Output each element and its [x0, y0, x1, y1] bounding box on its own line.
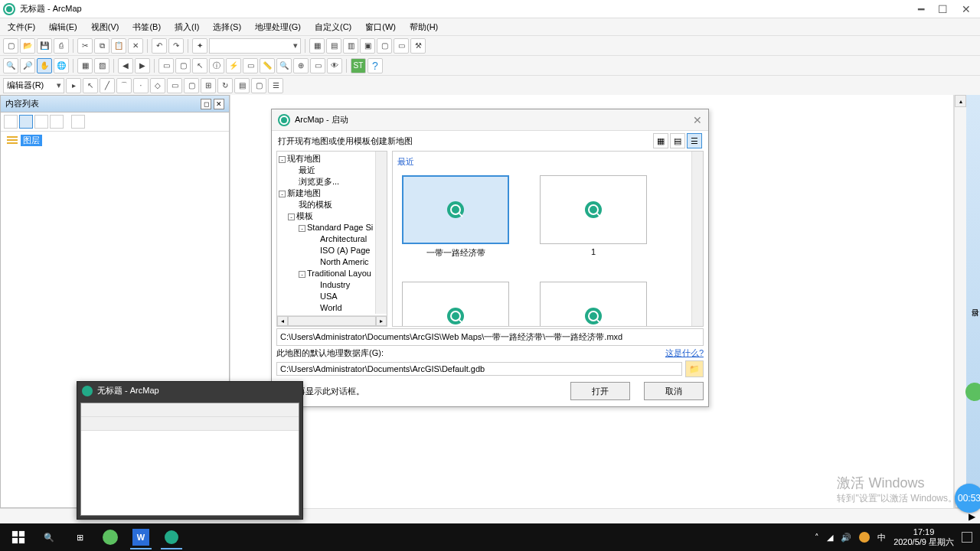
toc-pin-icon[interactable]: ◻ — [201, 99, 211, 109]
copy-icon[interactable]: ⧉ — [94, 38, 109, 54]
menu-bookmarks[interactable]: 书签(B) — [129, 20, 164, 34]
tree-newmap[interactable]: 新建地图 — [287, 188, 321, 197]
forward-icon[interactable]: ▶ — [135, 58, 150, 73]
zoom-out-icon[interactable]: 🔎 — [20, 58, 35, 73]
save-icon[interactable]: 💾 — [37, 38, 52, 54]
edit-tool-icon[interactable]: ▸ — [66, 78, 81, 93]
scale-combo[interactable] — [209, 38, 301, 54]
toc-header[interactable]: 内容列表 ◻✕ — [1, 96, 229, 112]
search-button[interactable]: 🔍 — [34, 525, 64, 549]
menu-file[interactable]: 文件(F) — [5, 20, 38, 34]
catalog-dock[interactable]: 目录 — [966, 95, 980, 508]
template-thumb[interactable]: 1 — [540, 175, 647, 259]
toc-tab-drawing[interactable] — [4, 115, 18, 129]
geodb-input[interactable] — [276, 362, 682, 376]
browse-icon[interactable]: 📁 — [685, 360, 704, 377]
toc-tab-source[interactable] — [19, 115, 33, 129]
menu-help[interactable]: 帮助(H) — [407, 20, 441, 34]
dialog-titlebar[interactable]: ArcMap - 启动 ✕ — [272, 109, 708, 131]
toc-tab-selection[interactable] — [50, 115, 64, 129]
vertical-scrollbar[interactable]: ▴▾ — [954, 95, 966, 508]
minimize-button[interactable]: ━ — [918, 3, 924, 15]
editor-combo[interactable]: 编辑器(R) — [3, 78, 64, 93]
tree-tpl[interactable]: 模板 — [296, 211, 313, 220]
full-extent-icon[interactable]: 🌐 — [54, 58, 69, 73]
add-data-icon[interactable]: ✦ — [192, 38, 207, 54]
toc-icon[interactable]: ▤ — [326, 38, 341, 54]
measure-icon[interactable]: 📏 — [260, 58, 275, 73]
toc-layer-root[interactable]: 图层 — [7, 135, 223, 146]
tree-more[interactable]: 浏览更多... — [299, 177, 339, 186]
tray-volume-icon[interactable]: 🔊 — [841, 533, 851, 543]
tree-trad[interactable]: Traditional Layou — [307, 269, 371, 278]
help-icon[interactable]: ? — [368, 58, 383, 73]
toc-close-icon[interactable]: ✕ — [214, 99, 224, 109]
modelbuilder-icon[interactable]: ▭ — [394, 38, 409, 54]
taskbar-preview[interactable]: 无标题 - ArcMap — [77, 381, 303, 520]
edit-arrow-icon[interactable]: ↖ — [83, 78, 98, 93]
task-view-button[interactable]: ⊞ — [64, 525, 95, 549]
undo-icon[interactable]: ↶ — [152, 38, 167, 54]
print-icon[interactable]: ⎙ — [54, 38, 69, 54]
select-icon[interactable]: ▭ — [158, 58, 174, 73]
template-thumb[interactable] — [540, 282, 647, 327]
tree-mytpl[interactable]: 我的模板 — [299, 200, 332, 209]
html-popup-icon[interactable]: ▭ — [243, 58, 258, 73]
toolbox-icon[interactable]: ⚒ — [410, 38, 426, 54]
view-list-icon[interactable]: ☰ — [687, 133, 702, 148]
tray-network-icon[interactable] — [859, 532, 870, 543]
open-icon[interactable]: 📂 — [20, 38, 35, 54]
tray-battery-icon[interactable]: ◢ — [827, 533, 833, 543]
tree-world[interactable]: World — [320, 303, 342, 312]
view-small-icon[interactable]: ▤ — [670, 133, 685, 148]
pointer-icon[interactable]: ↖ — [192, 58, 207, 73]
menu-view[interactable]: 视图(V) — [88, 20, 122, 34]
toc-tab-visibility[interactable] — [34, 115, 48, 129]
viewer-icon[interactable]: 👁 — [327, 58, 342, 73]
template-tree[interactable]: -现有地图 最近 浏览更多... -新建地图 我的模板 -模板 -Standar… — [276, 151, 387, 327]
new-icon[interactable]: ▢ — [3, 38, 18, 54]
back-icon[interactable]: ◀ — [118, 58, 133, 73]
menu-select[interactable]: 选择(S) — [210, 20, 244, 34]
menu-customize[interactable]: 自定义(C) — [312, 20, 354, 34]
zoom-in-icon[interactable]: 🔍 — [3, 58, 18, 73]
close-button[interactable]: ✕ — [962, 3, 971, 15]
maximize-button[interactable]: ☐ — [938, 3, 948, 15]
attributes-icon[interactable]: ▤ — [234, 78, 250, 93]
tray-clock[interactable]: 17:19 2020/5/9 星期六 — [893, 527, 954, 547]
split-icon[interactable]: ⊞ — [201, 78, 216, 93]
open-button[interactable]: 打开 — [570, 382, 630, 400]
toc-tab-options[interactable] — [71, 115, 85, 129]
tree-ind[interactable]: Industry — [320, 280, 350, 289]
hyperlink-icon[interactable]: ⚡ — [226, 58, 241, 73]
catalog-icon[interactable]: ▥ — [343, 38, 358, 54]
whats-this-link[interactable]: 这是什么? — [665, 347, 704, 359]
menu-insert[interactable]: 插入(I) — [172, 20, 202, 34]
menu-edit[interactable]: 编辑(E) — [46, 20, 80, 34]
tree-iso[interactable]: ISO (A) Page — [320, 246, 370, 255]
template-thumb[interactable] — [402, 282, 509, 327]
menu-window[interactable]: 窗口(W) — [362, 20, 399, 34]
reshape-icon[interactable]: ▭ — [167, 78, 182, 93]
delete-icon[interactable]: ✕ — [128, 38, 143, 54]
time-slider-icon[interactable]: ▭ — [310, 58, 325, 73]
view-large-icon[interactable]: ▦ — [653, 133, 668, 148]
taskbar-app-arcmap[interactable] — [156, 525, 187, 549]
fixed-zoom-in-icon[interactable]: ▦ — [77, 58, 93, 73]
line-icon[interactable]: ╱ — [100, 78, 115, 93]
tree-std[interactable]: Standard Page Si — [307, 223, 373, 232]
menu-geoprocessing[interactable]: 地理处理(G) — [252, 20, 304, 34]
dialog-close-icon[interactable]: ✕ — [693, 114, 702, 126]
pan-icon[interactable]: ✋ — [37, 58, 52, 73]
cut-icon[interactable]: ✂ — [77, 38, 93, 54]
taskbar-app-browser[interactable] — [95, 525, 126, 549]
tree-arch[interactable]: Architectural — [320, 234, 367, 243]
tree-recent[interactable]: 最近 — [299, 165, 315, 174]
taskbar-app-wps[interactable]: W — [126, 525, 156, 549]
gallery-vscroll[interactable] — [691, 152, 703, 326]
tree-hscroll[interactable]: ◂▸ — [277, 315, 387, 326]
cancel-button[interactable]: 取消 — [644, 382, 704, 400]
template-thumb[interactable]: 一带一路经济带 — [402, 175, 509, 259]
arc-icon[interactable]: ⌒ — [116, 78, 132, 93]
clear-select-icon[interactable]: ▢ — [175, 58, 191, 73]
